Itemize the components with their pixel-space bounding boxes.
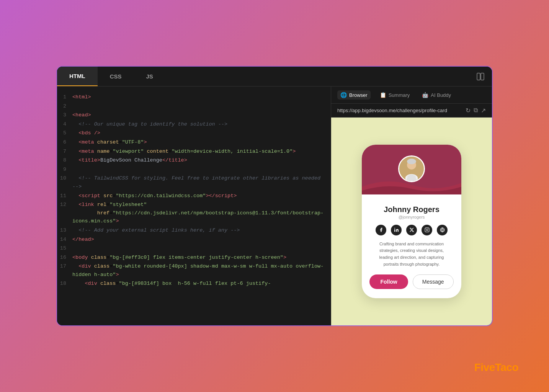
follow-button[interactable]: Follow <box>369 274 408 289</box>
linkedin-icon[interactable] <box>391 225 402 235</box>
card-header <box>362 145 461 194</box>
code-line-2: 2 <box>57 102 331 111</box>
browser-tab-summary[interactable]: 📋 Summary <box>377 90 413 100</box>
tab-bar: HTML CSS JS <box>57 67 492 87</box>
code-line-11: 11 <script src="https://cdn.tailwindcss.… <box>57 191 331 201</box>
code-line-12: 12 <link rel="stylesheet" href="https://… <box>57 200 331 226</box>
copy-icon[interactable]: ⧉ <box>474 107 478 114</box>
ai-icon: 🤖 <box>422 92 428 98</box>
summary-tab-label: Summary <box>389 92 410 98</box>
browser-tab-label: Browser <box>349 92 368 98</box>
browser-pane: 🌐 Browser 📋 Summary 🤖 AI Buddy ↻ ⧉ <box>331 87 492 325</box>
address-bar-row: ↻ ⧉ ↗ <box>331 104 492 118</box>
profile-name: Johnny Rogers <box>384 205 440 214</box>
instagram-icon[interactable] <box>422 225 432 235</box>
browser-tab-ai-buddy[interactable]: 🤖 AI Buddy <box>419 90 454 100</box>
tab-html[interactable]: HTML <box>57 67 98 86</box>
svg-point-6 <box>394 228 395 229</box>
svg-rect-7 <box>425 228 429 232</box>
social-icons <box>376 225 448 235</box>
refresh-icon[interactable]: ↻ <box>466 107 471 114</box>
left-tabs: HTML CSS JS <box>57 67 263 86</box>
code-line-15: 15 <box>57 244 331 253</box>
svg-rect-0 <box>477 73 480 80</box>
tab-js[interactable]: JS <box>134 67 165 86</box>
facebook-icon[interactable] <box>376 225 386 235</box>
code-line-13: 13 <!-- Add your external script links h… <box>57 226 331 235</box>
browser-tab-bar: 🌐 Browser 📋 Summary 🤖 AI Buddy <box>331 87 492 104</box>
svg-point-4 <box>407 158 416 164</box>
card-actions: Follow Message <box>369 274 454 289</box>
code-line-1: 1 <html> <box>57 93 331 102</box>
globe-icon: 🌐 <box>340 92 347 98</box>
code-line-8: 8 <title>BigDevSoon Challenge</title> <box>57 156 331 165</box>
profile-username: @jonnyrogers <box>399 215 425 219</box>
globe-social-icon[interactable] <box>437 225 448 235</box>
code-line-10: 10 <!-- TailwindCSS for styling. Feel fr… <box>57 174 331 191</box>
twitter-x-icon[interactable] <box>406 225 417 235</box>
code-line-6: 6 <meta charset="UTF-8"> <box>57 138 331 147</box>
avatar <box>398 155 425 182</box>
card-body: Johnny Rogers @jonnyrogers <box>362 194 461 298</box>
code-line-7: 7 <meta name="viewport" content="width=d… <box>57 147 331 156</box>
toggle-icon[interactable] <box>469 67 492 86</box>
main-window: HTML CSS JS 1 <html> 2 3 <hea <box>56 66 493 326</box>
code-line-16: 16 <body class="bg-[#eff3c0] flex items-… <box>57 253 331 262</box>
preview-area: Johnny Rogers @jonnyrogers <box>331 118 492 325</box>
fivetaco-orange-text: Taco <box>495 361 518 373</box>
code-line-14: 14 </head> <box>57 235 331 244</box>
fivetaco-logo: FiveTaco <box>474 361 518 374</box>
fivetaco-white-text: Five <box>474 361 495 373</box>
profile-bio: Crafting brand and communication strateg… <box>369 241 454 268</box>
tab-css[interactable]: CSS <box>98 67 134 86</box>
content-area: 1 <html> 2 3 <head> 4 <!-- Our unique ta… <box>57 87 492 325</box>
code-line-3: 3 <head> <box>57 111 331 120</box>
address-icons: ↻ ⧉ ↗ <box>466 107 486 114</box>
code-line-5: 5 <bds /> <box>57 129 331 138</box>
avatar-image <box>399 157 424 181</box>
svg-rect-1 <box>481 73 484 80</box>
message-button[interactable]: Message <box>413 274 454 289</box>
code-line-17: 17 <div class="bg-white rounded-[40px] s… <box>57 262 331 279</box>
code-line-4: 4 <!-- Our unique tag to identify the so… <box>57 120 331 129</box>
summary-icon: 📋 <box>380 92 386 98</box>
code-pane: 1 <html> 2 3 <head> 4 <!-- Our unique ta… <box>57 87 331 325</box>
code-line-18: 18 <div class="bg-[#98314f] box h-56 w-f… <box>57 279 331 288</box>
ai-tab-label: AI Buddy <box>431 92 451 98</box>
code-line-9: 9 <box>57 165 331 174</box>
profile-card: Johnny Rogers @jonnyrogers <box>362 145 461 298</box>
browser-tab-browser[interactable]: 🌐 Browser <box>337 90 371 100</box>
external-link-icon[interactable]: ↗ <box>481 107 486 114</box>
address-bar[interactable] <box>337 108 462 113</box>
